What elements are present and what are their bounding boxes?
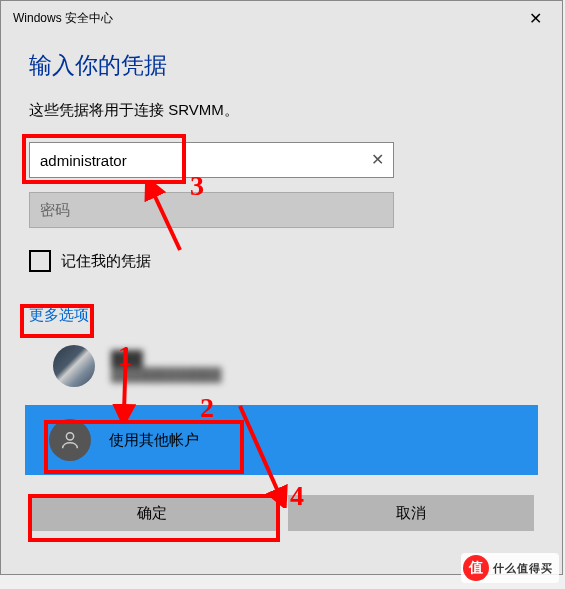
annotation-num-3: 3 [190,170,204,202]
dialog-subtitle: 这些凭据将用于连接 SRVMM。 [29,101,534,120]
watermark-logo: 值 [463,555,489,581]
remember-checkbox[interactable] [29,250,51,272]
svg-point-0 [66,433,73,440]
username-row: ✕ [29,142,534,178]
saved-account-row[interactable]: ███ ████████████ [29,345,534,387]
ok-button[interactable]: 确定 [29,495,276,531]
button-row: 确定 取消 [29,495,534,531]
dialog-heading: 输入你的凭据 [29,50,534,81]
clear-icon[interactable]: ✕ [371,150,384,169]
account-info: ███ ████████████ [111,350,534,382]
account-name: ███ [111,350,534,367]
password-input[interactable]: 密码 [29,192,394,228]
annotation-num-1: 1 [118,340,132,372]
more-options-link[interactable]: 更多选项 [29,306,89,325]
dialog-content: 输入你的凭据 这些凭据将用于连接 SRVMM。 ✕ 密码 记住我的凭据 更多选项… [1,34,562,551]
other-account-label: 使用其他帐户 [109,431,199,450]
cancel-button[interactable]: 取消 [288,495,535,531]
watermark-text: 什么值得买 [493,561,553,576]
watermark: 值 什么值得买 [461,553,559,583]
close-icon[interactable]: ✕ [521,7,550,30]
remember-label: 记住我的凭据 [61,252,151,271]
credentials-dialog: Windows 安全中心 ✕ 输入你的凭据 这些凭据将用于连接 SRVMM。 ✕… [0,0,563,575]
remember-row: 记住我的凭据 [29,250,534,272]
window-title: Windows 安全中心 [13,10,113,27]
annotation-num-4: 4 [290,480,304,512]
account-email: ████████████ [111,367,534,382]
titlebar: Windows 安全中心 ✕ [1,1,562,34]
use-other-account[interactable]: 使用其他帐户 [25,405,538,475]
person-icon [49,419,91,461]
avatar [53,345,95,387]
username-input[interactable] [29,142,394,178]
annotation-num-2: 2 [200,392,214,424]
